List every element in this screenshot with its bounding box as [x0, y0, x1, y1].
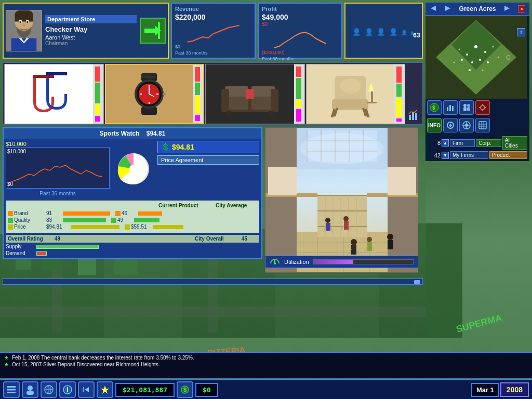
svg-point-150 — [454, 62, 455, 63]
city-overall-value: 45 — [242, 236, 257, 242]
svg-point-108 — [325, 218, 330, 223]
advisor-btn[interactable] — [22, 381, 38, 398]
quality-bar — [63, 218, 106, 222]
price-val: $94.81 — [46, 224, 70, 230]
pie-section — [113, 141, 154, 196]
globe-btn[interactable] — [41, 381, 57, 398]
firm-row-1: 8 ▲ Firm Corp. All Cities — [428, 136, 527, 150]
map-btn-info[interactable]: INFO — [427, 118, 442, 132]
demand-bar — [36, 251, 47, 256]
scrollbar[interactable] — [3, 278, 423, 285]
svg-rect-24 — [11, 38, 37, 51]
workers-graph-box: 👤 👤 👤 👤 👤 👤 63 — [344, 3, 423, 59]
product-watch[interactable] — [105, 64, 205, 124]
menu-btn[interactable] — [3, 381, 20, 398]
svg-rect-181 — [7, 386, 16, 388]
product-chair[interactable] — [306, 64, 406, 124]
svg-text:$: $ — [432, 105, 435, 111]
profit-section-label: $10,000 — [6, 141, 110, 147]
svg-marker-192 — [101, 385, 109, 394]
svg-point-130 — [300, 133, 383, 164]
svg-rect-176 — [479, 122, 486, 129]
detail-panel: Sports Watch $94.81 $10,000 $10,000 $0 P… — [3, 127, 262, 259]
date-month: Mar 1 — [471, 383, 499, 397]
firm-btn-2[interactable]: My Firms — [450, 151, 488, 159]
revenue-title: Revenue — [175, 6, 251, 12]
map-btn-view[interactable] — [459, 118, 474, 132]
window-expand-btn[interactable] — [503, 5, 511, 13]
svg-text:👤: 👤 — [389, 28, 398, 36]
firm-down-2[interactable]: ▼ — [442, 152, 449, 159]
firm-product-btn[interactable]: Product — [489, 151, 528, 159]
left-nav-btn[interactable] — [430, 5, 437, 13]
svg-rect-125 — [388, 240, 393, 249]
top-panel: Department Store Checker Way Aaron West … — [3, 3, 423, 60]
window-title-bar: Green Acres × — [425, 3, 529, 16]
map-btn-dollar[interactable]: $ — [427, 100, 442, 115]
store-person: Aaron West — [45, 34, 137, 41]
plus-btn[interactable]: + — [517, 28, 525, 36]
svg-point-162 — [481, 105, 485, 110]
profit-sub2: ($200,000) — [262, 50, 338, 55]
svg-marker-133 — [431, 6, 436, 11]
map-btn-tool[interactable] — [475, 118, 490, 132]
svg-point-160 — [467, 104, 470, 107]
back-btn[interactable] — [78, 381, 95, 398]
svg-point-22 — [26, 21, 29, 23]
svg-rect-156 — [449, 105, 451, 111]
stats-row-price: Price $94.81 $59.51 — [8, 224, 257, 230]
price-label: Price — [14, 224, 45, 230]
svg-point-147 — [493, 46, 494, 48]
price-section: 💲 $94.81 Price Agreement — [157, 141, 259, 196]
map-btn-zoom[interactable] — [443, 118, 458, 132]
svg-rect-109 — [326, 223, 330, 231]
store-exit-button[interactable] — [140, 18, 166, 44]
svg-point-148 — [459, 49, 460, 50]
revenue-chart — [175, 22, 251, 44]
zero-display: $0 — [195, 383, 218, 397]
special-btn[interactable] — [97, 381, 113, 398]
firm-cities-btn[interactable]: All Cities — [502, 136, 527, 150]
profit-high: $10,000 — [7, 149, 26, 154]
svg-text:👤: 👤 — [377, 28, 385, 36]
svg-point-139 — [474, 45, 477, 48]
svg-rect-117 — [351, 245, 356, 255]
right-expand-btn[interactable] — [444, 5, 451, 13]
utilization-icon — [270, 256, 280, 268]
svg-rect-71 — [371, 91, 373, 103]
svg-point-116 — [351, 239, 357, 245]
scrollbar-thumb[interactable] — [414, 280, 420, 284]
product-socks[interactable] — [4, 64, 104, 124]
map-btn-chart[interactable] — [443, 100, 458, 115]
stats-row-quality: Quality 83 49 — [8, 217, 257, 223]
svg-rect-47 — [140, 94, 142, 95]
firm-corp-btn[interactable]: Corp. — [476, 139, 501, 147]
firm-up-1[interactable]: ▲ — [442, 139, 449, 147]
window-close-btn[interactable]: × — [518, 5, 525, 13]
svg-rect-185 — [26, 391, 34, 395]
svg-point-171 — [465, 124, 468, 127]
profit-box: Profit $49,000 $0 ($200,000) Past 36 mon… — [258, 3, 342, 59]
price-agreement-button[interactable]: Price Agreement — [157, 155, 259, 165]
product-sofa[interactable] — [205, 64, 305, 124]
date-year: 2008 — [500, 382, 529, 397]
window-title: Green Acres — [459, 5, 496, 12]
svg-rect-121 — [367, 242, 372, 251]
map-btn-settings[interactable] — [475, 100, 490, 115]
info-btn[interactable]: i — [59, 381, 76, 398]
news-text-2: Oct 15, 2007 Silver Deposit Discovered n… — [12, 362, 160, 367]
svg-rect-128 — [268, 167, 297, 195]
currency-btn[interactable]: $ — [177, 381, 193, 398]
brand-label: Brand — [14, 210, 45, 216]
firm-btn-1[interactable]: Firm — [450, 139, 475, 147]
svg-rect-60 — [227, 111, 231, 116]
news-panel: ★ Feb 1, 2008 The central bank decreases… — [0, 352, 532, 378]
chart-icon[interactable] — [406, 64, 421, 123]
svg-rect-18 — [15, 15, 33, 22]
minimap: C — [425, 16, 527, 99]
map-btn-people[interactable] — [459, 100, 474, 115]
map-toolbar: $ — [425, 99, 529, 116]
svg-rect-97 — [265, 128, 297, 273]
svg-rect-26 — [144, 29, 155, 33]
news-text-1: Feb 1, 2008 The central bank decreases t… — [12, 355, 194, 361]
